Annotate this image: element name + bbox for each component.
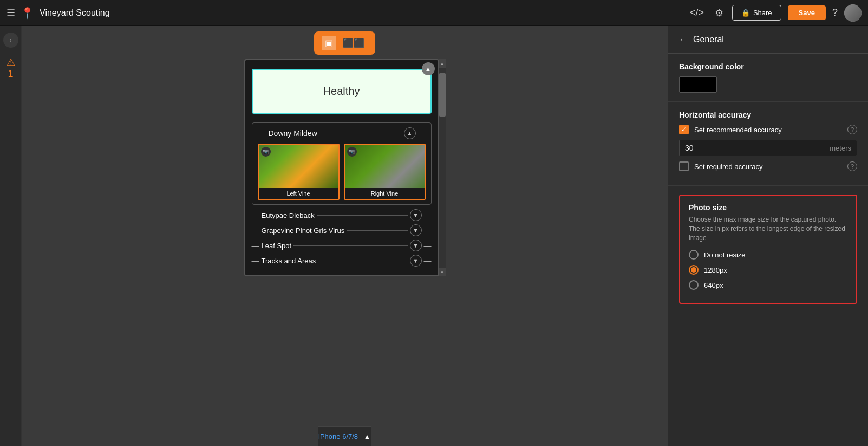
required-accuracy-label: Set required accuracy xyxy=(694,163,842,171)
scrollbar-thumb[interactable] xyxy=(439,73,446,117)
healthy-card: Healthy xyxy=(252,69,432,114)
canvas-area: ▣ ⬛⬛ ▲ Healthy xyxy=(22,26,668,446)
app-title: Vineyard Scouting xyxy=(40,8,110,18)
recommended-accuracy-row: ✓ Set recommended accuracy ? xyxy=(679,125,857,134)
photo-size-label: Photo size xyxy=(689,203,847,212)
device-selector: iPhone 6/7/8 ▲ xyxy=(318,426,371,446)
photo-size-section: Photo size Choose the max image size for… xyxy=(679,195,857,304)
view-toggle: ▣ ⬛⬛ xyxy=(314,31,375,55)
tracks-section: — Tracks and Areas ▼ — xyxy=(252,255,432,267)
tracks-line xyxy=(318,261,407,261)
pin-icon: 📍 xyxy=(21,7,34,20)
double-view-button[interactable]: ⬛⬛ xyxy=(340,36,368,50)
help-button[interactable]: ? xyxy=(832,7,838,18)
section-header: — Downy Mildew ▲ — xyxy=(258,127,426,139)
photo-size-wrapper: Photo size Choose the max image size for… xyxy=(668,186,868,321)
device-name: iPhone 6/7/8 xyxy=(318,432,358,441)
leafspot-section: — Leaf Spot ▼ — xyxy=(252,240,432,251)
code-icon-button[interactable]: </> xyxy=(688,5,706,21)
leafspot-title: Leaf Spot xyxy=(262,242,292,250)
bg-color-swatch[interactable] xyxy=(679,76,717,93)
photo-item-right[interactable]: 📷 Right Vine xyxy=(344,144,426,200)
accuracy-unit: meters xyxy=(830,144,851,152)
left-sidebar: › ⚠ 1 xyxy=(0,26,22,446)
warning-badge[interactable]: ⚠ 1 xyxy=(6,56,15,80)
grapevine-title: Grapevine Pinot Gris Virus xyxy=(262,227,345,235)
photo-thumb-left: 📷 xyxy=(259,145,338,188)
section-dash: — xyxy=(258,129,265,138)
section-collapse-button[interactable]: ▲ xyxy=(404,127,416,139)
leafspot-line xyxy=(293,245,407,246)
photo-size-desc: Choose the max image size for the captur… xyxy=(689,215,847,242)
leafspot-collapse-button[interactable]: ▼ xyxy=(410,240,422,251)
eutypae-collapse-button[interactable]: ▼ xyxy=(410,209,422,221)
share-button[interactable]: 🔒 Share xyxy=(732,5,781,21)
left-vine-label: Left Vine xyxy=(259,188,338,199)
eutypae-section: — Eutypae Dieback ▼ — xyxy=(252,209,432,221)
accuracy-value[interactable]: 30 xyxy=(685,144,830,152)
topnav-left: ☰ 📍 Vineyard Scouting xyxy=(6,7,110,20)
grapevine-section: — Grapevine Pinot Gris Virus ▼ — xyxy=(252,224,432,236)
radio-1280-label: 1280px xyxy=(704,266,727,274)
camera-icon-right: 📷 xyxy=(347,147,357,157)
checkmark-icon: ✓ xyxy=(681,126,687,133)
photo-item-left[interactable]: 📷 Left Vine xyxy=(258,144,340,200)
required-accuracy-row: Set required accuracy ? xyxy=(679,161,857,171)
recommended-help-icon[interactable]: ? xyxy=(847,125,857,134)
radio-1280-row: 1280px xyxy=(689,265,847,275)
radio-640-row: 640px xyxy=(689,280,847,290)
bg-color-label: Background color xyxy=(679,62,857,71)
warning-count: 1 xyxy=(8,68,13,80)
accuracy-input-row: 30 meters xyxy=(679,140,857,156)
avatar[interactable] xyxy=(844,4,862,22)
tracks-collapse-button[interactable]: ▼ xyxy=(410,255,422,267)
section-title-row: — Downy Mildew xyxy=(258,129,317,138)
scroll-down-arrow[interactable]: ▼ xyxy=(439,268,446,276)
scroll-up-arrow[interactable]: ▲ xyxy=(439,59,446,68)
panel-header: ← General xyxy=(668,26,868,54)
scroll-up-button[interactable]: ▲ xyxy=(422,62,435,75)
warning-icon: ⚠ xyxy=(6,56,15,68)
toggle-sidebar-button[interactable]: › xyxy=(3,33,18,48)
recommended-accuracy-checkbox[interactable]: ✓ xyxy=(679,125,689,134)
right-panel: ← General Background color Horizontal ac… xyxy=(668,26,868,446)
bg-color-section: Background color xyxy=(668,54,868,102)
horiz-accuracy-label: Horizontal accuracy xyxy=(679,111,857,119)
radio-no-resize[interactable] xyxy=(689,250,699,260)
radio-1280-inner xyxy=(691,267,696,273)
lock-icon: 🔒 xyxy=(741,9,750,17)
topnav-right: </> ⚙ 🔒 Share Save ? xyxy=(688,4,862,22)
device-arrow-up[interactable]: ▲ xyxy=(363,432,371,441)
double-view-icon: ⬛⬛ xyxy=(343,38,364,48)
single-view-button[interactable]: ▣ xyxy=(322,36,336,50)
back-button[interactable]: ← xyxy=(679,35,688,44)
radio-640[interactable] xyxy=(689,280,699,290)
tracks-title: Tracks and Areas xyxy=(262,257,316,265)
photo-thumb-right: 📷 xyxy=(345,145,425,188)
right-vine-label: Right Vine xyxy=(345,188,425,199)
eutypae-title: Eutypae Dieback xyxy=(262,211,315,219)
section-end-dash: — xyxy=(418,129,426,138)
main-area: › ⚠ 1 ▣ ⬛⬛ ▲ xyxy=(0,26,868,446)
radio-1280[interactable] xyxy=(689,265,699,275)
hamburger-icon[interactable]: ☰ xyxy=(6,7,15,19)
grapevine-line xyxy=(347,230,407,231)
settings-icon-button[interactable]: ⚙ xyxy=(713,5,726,21)
single-view-icon: ▣ xyxy=(325,38,333,48)
panel-title: General xyxy=(693,35,724,44)
radio-640-label: 640px xyxy=(704,281,723,289)
required-accuracy-checkbox[interactable] xyxy=(679,161,689,171)
downy-mildew-title: Downy Mildew xyxy=(269,129,317,138)
canvas-scrollbar[interactable]: ▲ ▼ xyxy=(439,59,446,276)
topnav: ☰ 📍 Vineyard Scouting </> ⚙ 🔒 Share Save… xyxy=(0,0,868,26)
required-help-icon[interactable]: ? xyxy=(847,161,857,171)
phone-frame: ▲ Healthy — Downy Mildew xyxy=(244,59,439,276)
horiz-accuracy-section: Horizontal accuracy ✓ Set recommended ac… xyxy=(668,102,868,186)
scrollbar-track xyxy=(439,68,446,268)
phone-container: ▣ ⬛⬛ ▲ Healthy xyxy=(244,31,446,426)
radio-no-resize-label: Do not resize xyxy=(704,251,746,259)
recommended-accuracy-label: Set recommended accuracy xyxy=(694,126,842,134)
grapevine-collapse-button[interactable]: ▼ xyxy=(410,224,422,236)
eutypae-line xyxy=(317,215,408,216)
save-button[interactable]: Save xyxy=(788,5,826,20)
